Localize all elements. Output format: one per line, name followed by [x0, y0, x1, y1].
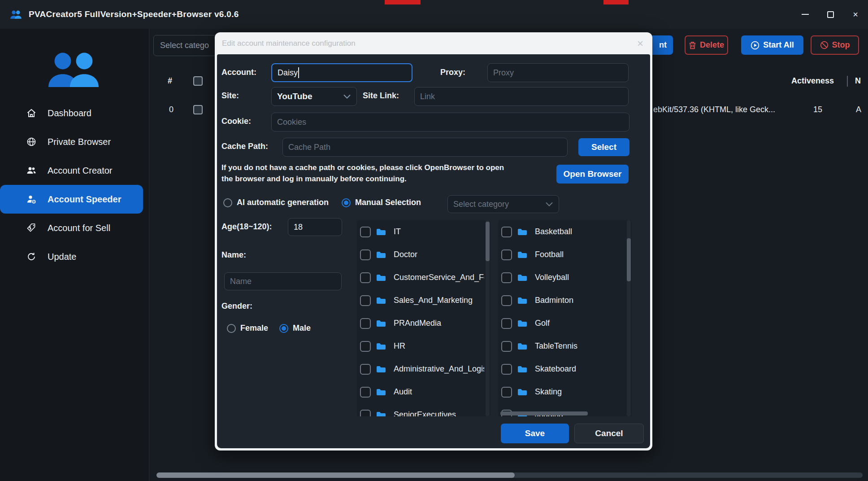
list-item[interactable]: Football: [498, 243, 632, 266]
list-item[interactable]: IT: [357, 220, 490, 243]
category-select[interactable]: Select category: [447, 195, 559, 213]
trash-icon: [689, 41, 696, 49]
list-item[interactable]: Skating: [498, 380, 632, 403]
list-item[interactable]: Doctor: [357, 243, 490, 266]
list-item[interactable]: PRAndMedia: [357, 312, 490, 335]
sidebar-item-account-speeder[interactable]: Account Speeder: [0, 185, 143, 214]
checkbox[interactable]: [360, 227, 371, 237]
checkbox[interactable]: [360, 318, 371, 329]
sidebar-item-update[interactable]: Update: [0, 242, 149, 271]
ai-generation-radio[interactable]: AI automatic generation: [223, 198, 329, 207]
account-input[interactable]: Daisy: [271, 63, 412, 82]
checkbox[interactable]: [501, 249, 512, 260]
row-checkbox[interactable]: [193, 105, 203, 114]
sidebar-item-account-for-sell[interactable]: Account for Sell: [0, 214, 149, 242]
cancel-button[interactable]: Cancel: [574, 424, 644, 443]
list-item[interactable]: Basketball: [498, 220, 632, 243]
checkbox[interactable]: [360, 272, 371, 283]
horizontal-scrollbar-track[interactable]: [156, 472, 863, 478]
dollar-tag-icon: [26, 223, 37, 233]
item-label: TableTennis: [535, 341, 625, 351]
site-select[interactable]: YouTube: [271, 87, 357, 106]
cache-path-input[interactable]: [282, 138, 568, 157]
text-caret: [298, 67, 299, 78]
list-scrollbar-thumb[interactable]: [627, 238, 631, 281]
site-link-input[interactable]: [414, 87, 629, 106]
sidebar-item-private-browser[interactable]: Private Browser: [0, 127, 149, 156]
sidebar-item-dashboard[interactable]: Dashboard: [0, 99, 149, 127]
open-browser-button[interactable]: Open Browser: [556, 165, 629, 184]
folder-icon: [376, 387, 386, 398]
checkbox[interactable]: [360, 295, 371, 306]
delete-button[interactable]: Delete: [685, 35, 728, 55]
job-category-list[interactable]: IT Doctor CustomerService_And_Fo Sales_A…: [357, 220, 490, 416]
list-item[interactable]: SeniorExecutives: [357, 403, 490, 416]
checkbox[interactable]: [501, 364, 512, 375]
people-icon: [26, 165, 37, 176]
list-item[interactable]: Administrative_And_Logis: [357, 358, 490, 380]
cache-path-select-button[interactable]: Select: [578, 138, 629, 156]
stop-button[interactable]: Stop: [811, 35, 859, 55]
gender-male-radio[interactable]: Male: [279, 324, 311, 333]
checkbox[interactable]: [501, 227, 512, 237]
checkbox[interactable]: [360, 364, 371, 375]
list-item[interactable]: TableTennis: [498, 335, 632, 358]
start-all-button[interactable]: Start All: [741, 35, 803, 55]
close-button[interactable]: ×: [843, 0, 868, 29]
app-window: PVACreator5 FullVersion+Speeder+Browser …: [0, 0, 868, 481]
minimize-button[interactable]: [793, 0, 818, 29]
list-item[interactable]: HR: [357, 335, 490, 358]
modal-close-button[interactable]: ×: [637, 38, 643, 49]
checkbox[interactable]: [501, 295, 512, 306]
cookie-input[interactable]: [271, 113, 629, 131]
proxy-input[interactable]: [487, 63, 629, 82]
folder-icon: [517, 364, 528, 375]
list-item[interactable]: Badminton: [498, 289, 632, 312]
sidebar-item-label: Dashboard: [48, 108, 91, 118]
checkbox[interactable]: [501, 341, 512, 352]
checkbox[interactable]: [360, 410, 371, 417]
row-activeness: 15: [813, 105, 822, 114]
sidebar-item-account-creator[interactable]: Account Creator: [0, 156, 149, 185]
age-input[interactable]: [288, 218, 342, 236]
select-all-checkbox[interactable]: [193, 76, 203, 86]
list-scrollbar-track[interactable]: [486, 220, 490, 416]
maximize-icon: [827, 11, 834, 18]
checkbox[interactable]: [501, 387, 512, 398]
item-label: PRAndMedia: [394, 319, 484, 328]
name-input[interactable]: [224, 272, 342, 290]
column-header-activeness: Activeness: [791, 76, 834, 86]
row-useragent: ebKit/537.36 (KHTML, like Geck...: [653, 105, 775, 114]
checkbox[interactable]: [501, 272, 512, 283]
item-label: SeniorExecutives: [394, 410, 484, 416]
checkbox[interactable]: [360, 341, 371, 352]
list-item[interactable]: Audit: [357, 380, 490, 403]
list-item[interactable]: Sales_And_Marketing: [357, 289, 490, 312]
radio-off-icon: [227, 324, 236, 333]
save-button[interactable]: Save: [501, 424, 569, 443]
list-scrollbar-thumb[interactable]: [486, 222, 490, 261]
checkbox[interactable]: [360, 387, 371, 398]
sidebar-item-label: Account Speeder: [48, 194, 121, 205]
radio-label: Female: [240, 324, 268, 333]
screen-artifact: [603, 0, 629, 4]
list-item[interactable]: Golf: [498, 312, 632, 335]
list-item[interactable]: Volleyball: [498, 266, 632, 289]
interest-category-list[interactable]: Basketball Football Volleyball Badminton…: [498, 220, 632, 416]
list-item[interactable]: Skateboard: [498, 358, 632, 380]
play-circle-icon: [751, 41, 760, 50]
list-item[interactable]: CustomerService_And_Fo: [357, 266, 490, 289]
gender-female-radio[interactable]: Female: [227, 324, 268, 333]
list-horizontal-scrollbar-thumb[interactable]: [500, 411, 588, 415]
horizontal-scrollbar-thumb[interactable]: [156, 472, 515, 478]
manual-selection-radio[interactable]: Manual Selection: [342, 198, 421, 207]
checkbox[interactable]: [501, 318, 512, 329]
checkbox[interactable]: [360, 249, 371, 260]
person-gear-icon: [26, 194, 37, 205]
button-label: nt: [659, 40, 667, 50]
maximize-button[interactable]: [818, 0, 843, 29]
folder-icon: [517, 249, 528, 260]
folder-icon: [376, 272, 386, 283]
column-header-index: #: [168, 76, 172, 86]
list-scrollbar-track[interactable]: [627, 220, 631, 416]
